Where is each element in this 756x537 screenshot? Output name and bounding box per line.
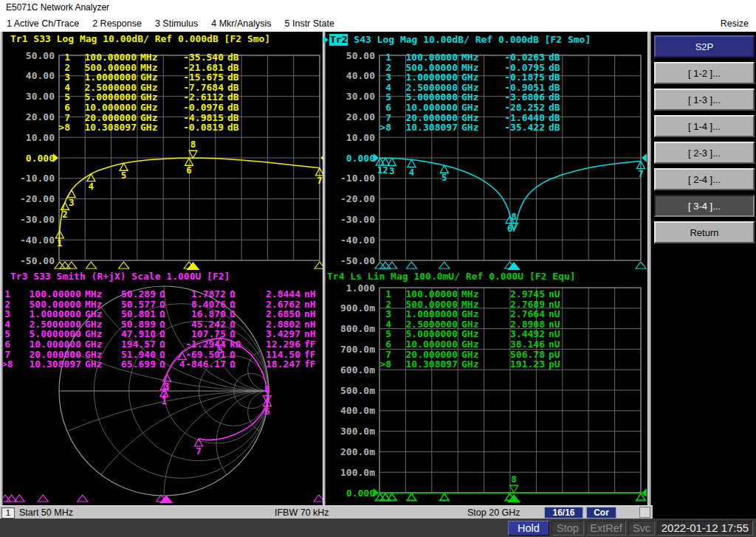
e5071c-window: E5071C Network Analyzer 1 Active Ch/Trac… — [0, 0, 756, 537]
marker-number: 4 — [409, 167, 415, 178]
tr3-header[interactable]: Tr3 S33 Smith (R+jX) Scale 1.000U [F2] — [0, 271, 230, 283]
marker-row: 42.5000000GHz-7.7684dB — [55, 83, 247, 93]
softkey-1-4[interactable]: [ 1-4 ]... — [654, 115, 755, 137]
y-axis-label: 600.0m — [340, 364, 375, 375]
y-axis-label: -10.00 — [20, 173, 55, 184]
tr4-marker-table: 1100.00000MHz2.9745nU2500.00000MHz2.7689… — [377, 289, 568, 370]
stimulus-marker — [636, 262, 646, 268]
correction-badge: Cor — [586, 507, 616, 519]
menu-active-ch-trace[interactable]: 1 Active Ch/Trace — [7, 15, 79, 32]
marker-row: 720.000000GHz506.78pU — [377, 350, 568, 360]
y-axis-label: -30.00 — [20, 214, 55, 225]
y-axis-label: -20.00 — [340, 193, 375, 204]
y-axis-label: 40.00 — [346, 70, 375, 81]
menu-stimulus[interactable]: 3 Stimulus — [155, 15, 198, 32]
marker-number: 8 — [264, 384, 270, 395]
marker-row: 610.000000GHz38.146nU — [377, 339, 568, 350]
y-axis-label: 20.00 — [346, 111, 375, 122]
tr3-marker-table: 1100.00000MHz50.289Ω1.7872Ω2.8444nH2500.… — [1, 289, 323, 370]
marker-row: 720.000000GHz-4.9815dB — [55, 113, 247, 123]
marker-number: 3 — [389, 165, 395, 176]
marker-row: 720.000000GHz-1.6440dB — [377, 113, 568, 123]
y-axis-label: 1.000 — [346, 283, 375, 294]
softkey-return[interactable]: Return — [654, 221, 755, 243]
marker-number: 2 — [382, 164, 388, 176]
y-axis-label: 0.000 — [346, 153, 375, 164]
softkey-1-2[interactable]: [ 1-2 ]... — [654, 62, 755, 84]
y-axis-label: 400.0m — [340, 405, 375, 416]
marker-row: 2500.00000MHz-0.0795dB — [377, 63, 568, 73]
marker-row: 610.000000GHz194.57Ω-1.2944kΩ12.296fF — [1, 339, 323, 350]
datetime-display: 2022-01-12 17:55 — [657, 521, 753, 536]
softkey-3-4[interactable]: [ 3-4 ]... — [654, 195, 755, 217]
hold-indicator[interactable]: Hold — [508, 521, 549, 536]
channel-status-bar: 1 Start 50 MHz IFBW 70 kHz Stop 20 GHz 1… — [0, 505, 653, 519]
marker-number: 8 — [511, 474, 517, 485]
menu-response[interactable]: 2 Response — [92, 15, 142, 32]
y-axis-label: 300.0m — [340, 426, 375, 437]
y-axis-label: 0.000 — [346, 488, 375, 499]
y-axis-label: 0.000 — [26, 153, 55, 164]
y-axis-label: 800.0m — [340, 323, 375, 334]
softkey-2-3[interactable]: [ 2-3 ]... — [654, 142, 755, 164]
y-axis-label: 10.00 — [346, 132, 375, 143]
marker-row: >810.308097GHz65.699Ω-846.17Ω18.247fF — [1, 359, 323, 370]
tr2-header-rest: S43 Log Mag 10.00dB/ Ref 0.000dB [F2 Smo… — [348, 34, 591, 46]
menu-instr-state[interactable]: 5 Instr State — [285, 15, 334, 32]
pane-edge-left — [0, 32, 3, 505]
marker-row: 31.0000000GHz-0.1875dB — [377, 72, 568, 83]
marker-number: 8 — [511, 211, 517, 222]
menu-mkr-analysis[interactable]: 4 Mkr/Analysis — [211, 15, 271, 32]
marker-row: 42.5000000GHz2.8908nU — [377, 319, 568, 330]
marker-row: 610.000000GHz-0.0976dB — [55, 103, 247, 113]
tr2-marker-table: 1100.00000MHz-0.0263dB2500.00000MHz-0.07… — [377, 52, 568, 133]
y-axis-label: -50.00 — [20, 255, 55, 266]
stimulus-marker — [406, 262, 416, 268]
softkey-sidebar: S2P [ 1-2 ]... [ 1-3 ]... [ 1-4 ]... [ 2… — [653, 32, 756, 505]
marker-row: 2500.00000MHz-21.681dB — [55, 63, 247, 73]
menu-bar: 1 Active Ch/Trace 2 Response 3 Stimulus … — [0, 15, 756, 32]
y-axis-label: 30.00 — [346, 91, 375, 102]
marker-row: 31.0000000GHz50.801Ω16.870Ω2.6850nH — [1, 309, 323, 319]
marker-row: 42.5000000GHz-0.9051dB — [377, 83, 568, 93]
channel-number: 1 — [1, 507, 15, 519]
y-axis-label: 10.00 — [26, 132, 55, 143]
marker-row: 1100.00000MHz2.9745nU — [377, 289, 568, 299]
tr2-header[interactable]: Tr2 S43 Log Mag 10.00dB/ Ref 0.000dB [F2… — [323, 33, 591, 46]
window-title: E5071C Network Analyzer — [0, 0, 756, 15]
ref-level-arrow-right — [642, 153, 647, 162]
marker-number: 8 — [190, 139, 196, 150]
points-count: 16/16 — [544, 507, 583, 519]
marker-row: 55.0000000GHz-3.6806dB — [377, 92, 568, 103]
marker-row: 2500.00000MHz2.7689nU — [377, 299, 568, 310]
y-axis-label: -20.00 — [20, 193, 55, 204]
marker-row: 720.000000GHz51.940Ω-69.501Ω114.50fF — [1, 350, 323, 360]
marker-number: 5 — [441, 172, 447, 183]
y-axis-label: 500.0m — [340, 385, 375, 396]
stimulus-marker — [55, 262, 65, 268]
marker-number: 5 — [121, 170, 127, 181]
ifbw-value: IFBW 70 kHz — [275, 507, 329, 519]
stop-indicator[interactable]: Stop — [551, 521, 584, 536]
svc-indicator: Svc — [628, 521, 655, 536]
marker-row: 55.0000000GHz3.4492nU — [377, 329, 568, 339]
marker-number: 7 — [196, 446, 202, 457]
softkey-s2p[interactable]: S2P — [654, 35, 755, 58]
start-frequency: Start 50 MHz — [19, 507, 73, 519]
y-axis-label: -10.00 — [340, 173, 375, 184]
y-axis-label: 20.00 — [26, 111, 55, 122]
menu-resize[interactable]: Resize — [721, 15, 749, 32]
y-axis-label: -40.00 — [340, 235, 375, 246]
instrument-status-bar: Hold Stop ExtRef Svc 2022-01-12 17:55 — [0, 519, 756, 537]
marker-symbol-active — [510, 485, 518, 493]
marker-number: 3 — [164, 381, 170, 392]
marker-row: >810.308097GHz-35.422dB — [377, 122, 568, 133]
marker-row: 55.0000000GHz-2.6112dB — [55, 92, 247, 103]
y-axis-label: 40.00 — [26, 70, 55, 81]
softkey-2-4[interactable]: [ 2-4 ]... — [654, 168, 755, 190]
y-axis-label: -30.00 — [340, 214, 375, 225]
marker-number: 7 — [317, 175, 323, 186]
softkey-1-3[interactable]: [ 1-3 ]... — [654, 89, 755, 111]
tr1-header[interactable]: Tr1 S33 Log Mag 10.00dB/ Ref 0.000dB [F2… — [0, 33, 270, 46]
tr4-header[interactable]: Tr4 Ls Lin Mag 100.0mU/ Ref 0.000U [F2 E… — [323, 271, 576, 283]
